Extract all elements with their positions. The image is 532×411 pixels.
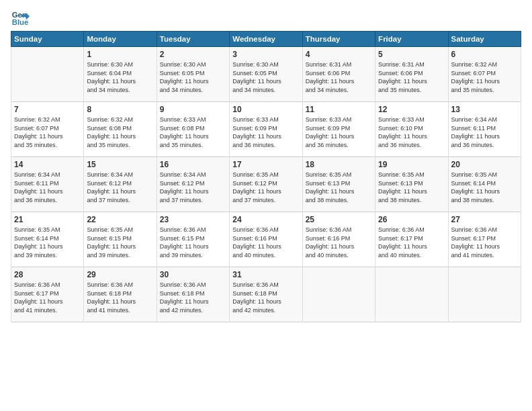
day-content: Sunrise: 6:35 AMSunset: 6:13 PMDaylight:…	[306, 171, 372, 204]
daylight-hours-text: Daylight: 11 hours	[378, 187, 445, 196]
calendar-page: Gen Blue SundayMondayTuesdayWednesdayThu…	[0, 0, 532, 411]
day-number: 30	[160, 270, 226, 279]
day-cell: 12Sunrise: 6:33 AMSunset: 6:10 PMDayligh…	[375, 102, 448, 157]
sunset-text: Sunset: 6:17 PM	[378, 234, 445, 243]
day-number: 24	[232, 215, 299, 224]
daylight-minutes-text: and 35 minutes.	[87, 141, 153, 150]
day-cell: 14Sunrise: 6:34 AMSunset: 6:11 PMDayligh…	[11, 157, 84, 212]
daylight-minutes-text: and 40 minutes.	[378, 251, 445, 260]
day-cell	[448, 267, 521, 322]
header-cell-thursday: Thursday	[302, 32, 375, 47]
daylight-minutes-text: and 42 minutes.	[232, 306, 299, 315]
sunrise-text: Sunrise: 6:30 AM	[232, 60, 299, 69]
day-cell: 5Sunrise: 6:31 AMSunset: 6:06 PMDaylight…	[375, 47, 448, 102]
sunrise-text: Sunrise: 6:34 AM	[451, 116, 518, 124]
day-content: Sunrise: 6:32 AMSunset: 6:07 PMDaylight:…	[14, 116, 81, 149]
daylight-hours-text: Daylight: 11 hours	[160, 242, 226, 251]
daylight-minutes-text: and 34 minutes.	[87, 86, 153, 95]
sunset-text: Sunset: 6:04 PM	[87, 69, 153, 78]
daylight-hours-text: Daylight: 11 hours	[451, 242, 518, 251]
daylight-hours-text: Daylight: 11 hours	[87, 298, 153, 306]
sunset-text: Sunset: 6:16 PM	[232, 234, 299, 243]
day-cell: 26Sunrise: 6:36 AMSunset: 6:17 PMDayligh…	[375, 212, 448, 267]
week-row-1: 1Sunrise: 6:30 AMSunset: 6:04 PMDaylight…	[11, 47, 521, 102]
day-cell	[375, 267, 448, 322]
daylight-hours-text: Daylight: 11 hours	[14, 132, 81, 141]
sunrise-text: Sunrise: 6:33 AM	[160, 116, 226, 124]
sunset-text: Sunset: 6:18 PM	[87, 289, 153, 298]
sunset-text: Sunset: 6:17 PM	[14, 289, 81, 298]
day-cell: 1Sunrise: 6:30 AMSunset: 6:04 PMDaylight…	[84, 47, 157, 102]
day-number: 26	[378, 215, 445, 224]
day-cell: 11Sunrise: 6:33 AMSunset: 6:09 PMDayligh…	[302, 102, 375, 157]
day-number: 31	[232, 270, 299, 279]
day-number: 29	[87, 270, 153, 279]
day-content: Sunrise: 6:36 AMSunset: 6:18 PMDaylight:…	[160, 281, 226, 314]
calendar-body: 1Sunrise: 6:30 AMSunset: 6:04 PMDaylight…	[11, 47, 521, 322]
week-row-5: 28Sunrise: 6:36 AMSunset: 6:17 PMDayligh…	[11, 267, 521, 322]
daylight-minutes-text: and 34 minutes.	[160, 86, 226, 95]
day-number: 8	[87, 105, 153, 114]
day-cell: 3Sunrise: 6:30 AMSunset: 6:05 PMDaylight…	[230, 47, 302, 102]
sunset-text: Sunset: 6:11 PM	[14, 179, 81, 188]
sunrise-text: Sunrise: 6:36 AM	[160, 226, 226, 234]
day-number: 18	[306, 160, 372, 169]
daylight-minutes-text: and 38 minutes.	[378, 196, 445, 205]
sunset-text: Sunset: 6:16 PM	[306, 234, 372, 243]
day-cell: 31Sunrise: 6:36 AMSunset: 6:18 PMDayligh…	[230, 267, 302, 322]
day-number: 22	[87, 215, 153, 224]
day-number: 21	[14, 215, 81, 224]
sunset-text: Sunset: 6:12 PM	[232, 179, 299, 188]
header-cell-saturday: Saturday	[448, 32, 521, 47]
day-content: Sunrise: 6:33 AMSunset: 6:08 PMDaylight:…	[160, 116, 226, 149]
daylight-hours-text: Daylight: 11 hours	[378, 132, 445, 141]
day-content: Sunrise: 6:36 AMSunset: 6:17 PMDaylight:…	[378, 226, 445, 259]
sunset-text: Sunset: 6:12 PM	[87, 179, 153, 188]
daylight-hours-text: Daylight: 11 hours	[306, 132, 372, 141]
sunrise-text: Sunrise: 6:36 AM	[160, 281, 226, 289]
sunrise-text: Sunrise: 6:35 AM	[306, 171, 372, 179]
daylight-minutes-text: and 38 minutes.	[451, 196, 518, 205]
daylight-minutes-text: and 38 minutes.	[306, 196, 372, 205]
day-content: Sunrise: 6:30 AMSunset: 6:04 PMDaylight:…	[87, 60, 153, 94]
daylight-hours-text: Daylight: 11 hours	[306, 187, 372, 196]
daylight-minutes-text: and 36 minutes.	[14, 196, 81, 205]
week-row-4: 21Sunrise: 6:35 AMSunset: 6:14 PMDayligh…	[11, 212, 521, 267]
day-cell: 13Sunrise: 6:34 AMSunset: 6:11 PMDayligh…	[448, 102, 521, 157]
sunset-text: Sunset: 6:08 PM	[87, 124, 153, 133]
daylight-hours-text: Daylight: 11 hours	[451, 132, 518, 141]
sunrise-text: Sunrise: 6:34 AM	[160, 171, 226, 179]
daylight-hours-text: Daylight: 11 hours	[378, 242, 445, 251]
header-cell-friday: Friday	[375, 32, 448, 47]
daylight-minutes-text: and 35 minutes.	[14, 141, 81, 150]
daylight-hours-text: Daylight: 11 hours	[160, 132, 226, 141]
day-cell: 23Sunrise: 6:36 AMSunset: 6:15 PMDayligh…	[157, 212, 229, 267]
sunset-text: Sunset: 6:07 PM	[451, 69, 518, 78]
sunrise-text: Sunrise: 6:33 AM	[306, 116, 372, 124]
day-content: Sunrise: 6:33 AMSunset: 6:09 PMDaylight:…	[306, 116, 372, 149]
logo: Gen Blue	[11, 8, 32, 27]
day-content: Sunrise: 6:36 AMSunset: 6:16 PMDaylight:…	[306, 226, 372, 259]
day-cell: 18Sunrise: 6:35 AMSunset: 6:13 PMDayligh…	[302, 157, 375, 212]
daylight-minutes-text: and 40 minutes.	[306, 251, 372, 260]
sunset-text: Sunset: 6:09 PM	[232, 124, 299, 133]
day-number: 9	[160, 105, 226, 114]
day-cell: 20Sunrise: 6:35 AMSunset: 6:14 PMDayligh…	[448, 157, 521, 212]
day-cell: 7Sunrise: 6:32 AMSunset: 6:07 PMDaylight…	[11, 102, 84, 157]
daylight-minutes-text: and 34 minutes.	[306, 86, 372, 95]
sunset-text: Sunset: 6:09 PM	[306, 124, 372, 133]
day-cell: 29Sunrise: 6:36 AMSunset: 6:18 PMDayligh…	[84, 267, 157, 322]
week-row-3: 14Sunrise: 6:34 AMSunset: 6:11 PMDayligh…	[11, 157, 521, 212]
daylight-hours-text: Daylight: 11 hours	[306, 77, 372, 86]
header-cell-monday: Monday	[84, 32, 157, 47]
logo-icon: Gen Blue	[11, 8, 30, 27]
day-number: 23	[160, 215, 226, 224]
header: Gen Blue	[11, 8, 521, 27]
day-content: Sunrise: 6:34 AMSunset: 6:11 PMDaylight:…	[451, 116, 518, 149]
sunrise-text: Sunrise: 6:36 AM	[451, 226, 518, 234]
daylight-hours-text: Daylight: 11 hours	[87, 132, 153, 141]
day-content: Sunrise: 6:34 AMSunset: 6:12 PMDaylight:…	[160, 171, 226, 204]
day-number: 11	[306, 105, 372, 114]
day-number: 19	[378, 160, 445, 169]
daylight-minutes-text: and 36 minutes.	[306, 141, 372, 150]
